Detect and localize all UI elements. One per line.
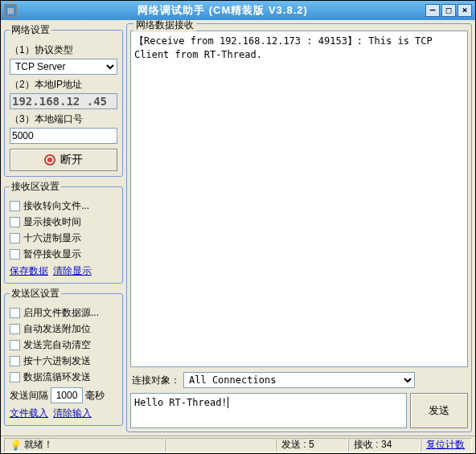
port-label: （3）本地端口号 (10, 112, 117, 126)
connection-select[interactable]: All Connections (183, 372, 415, 388)
clear-display-link[interactable]: 清除显示 (53, 264, 92, 278)
network-settings-group: 网络设置 （1）协议类型 TCP Server （2）本地IP地址 （3）本地端… (4, 23, 123, 177)
window-buttons: – □ × (425, 4, 472, 17)
send-row: Hello RT-Thread! 发送 (130, 393, 468, 428)
checkbox-icon (10, 249, 20, 260)
send-settings-group: 发送区设置 启用文件数据源... 自动发送附加位 发送完自动清空 按十六进制发送… (4, 287, 123, 426)
app-window: ⊞ 网络调试助手 (CM精装版 V3.8.2) – □ × 网络设置 （1）协议… (0, 0, 476, 454)
save-data-link[interactable]: 保存数据 (10, 264, 48, 278)
checkbox-icon (10, 372, 20, 382)
recv-opt-3[interactable]: 暂停接收显示 (10, 247, 117, 261)
recv-opt-0[interactable]: 接收转向文件... (10, 199, 117, 213)
status-ready: 💡 就绪！ (4, 438, 165, 452)
file-load-link[interactable]: 文件载入 (10, 407, 48, 420)
recv-settings-group: 接收区设置 接收转向文件... 显示接收时间 十六进制显示 暂停接收显示 保存数… (4, 180, 123, 284)
app-icon: ⊞ (4, 4, 17, 17)
protocol-label: （1）协议类型 (10, 43, 117, 57)
content-area: 网络设置 （1）协议类型 TCP Server （2）本地IP地址 （3）本地端… (1, 20, 475, 436)
recv-textarea[interactable]: 【Receive from 192.168.12.173 : 49153】: T… (130, 31, 468, 367)
interval-unit: 毫秒 (85, 389, 105, 403)
send-opt-4[interactable]: 数据流循环发送 (10, 370, 117, 384)
reset-count-button[interactable]: 复位计数 (421, 438, 472, 452)
connection-row: 连接对象： All Connections (130, 370, 468, 390)
recv-settings-legend: 接收区设置 (10, 180, 61, 194)
right-panel: 网络数据接收 【Receive from 192.168.12.173 : 49… (126, 23, 472, 432)
recv-links: 保存数据 清除显示 (10, 264, 117, 278)
checkbox-icon (10, 201, 20, 211)
left-panel: 网络设置 （1）协议类型 TCP Server （2）本地IP地址 （3）本地端… (4, 23, 123, 432)
status-bar: 💡 就绪！ 发送 : 5 接收 : 34 复位计数 (1, 436, 475, 453)
clear-input-link[interactable]: 清除输入 (53, 407, 92, 420)
status-recv-count: 接收 : 34 (348, 438, 421, 452)
close-button[interactable]: × (458, 4, 472, 17)
status-spacer (165, 438, 276, 452)
send-settings-legend: 发送区设置 (10, 287, 61, 301)
checkbox-icon (10, 324, 20, 334)
checkbox-icon (10, 308, 20, 318)
send-textarea[interactable]: Hello RT-Thread! (130, 393, 407, 428)
send-opt-3[interactable]: 按十六进制发送 (10, 354, 117, 368)
minimize-button[interactable]: – (425, 4, 440, 17)
disconnect-button[interactable]: 断开 (10, 149, 117, 171)
recv-opt-2[interactable]: 十六进制显示 (10, 231, 117, 245)
checkbox-icon (10, 233, 20, 243)
recv-area-group: 网络数据接收 【Receive from 192.168.12.173 : 49… (126, 23, 472, 432)
protocol-select[interactable]: TCP Server (10, 59, 117, 75)
lightbulb-icon: 💡 (10, 440, 21, 451)
ip-label: （2）本地IP地址 (10, 78, 117, 92)
recv-area-legend: 网络数据接收 (133, 20, 196, 32)
ip-input[interactable] (10, 93, 117, 109)
port-input[interactable] (10, 128, 117, 144)
send-opt-0[interactable]: 启用文件数据源... (10, 306, 117, 320)
send-opt-2[interactable]: 发送完自动清空 (10, 338, 117, 352)
record-icon (44, 154, 55, 166)
send-links: 文件载入 清除输入 (10, 407, 117, 420)
maximize-button[interactable]: □ (441, 4, 456, 17)
title-bar: ⊞ 网络调试助手 (CM精装版 V3.8.2) – □ × (1, 1, 475, 20)
checkbox-icon (10, 340, 20, 350)
checkbox-icon (10, 356, 20, 366)
connection-label: 连接对象： (132, 374, 180, 387)
send-button[interactable]: 发送 (410, 393, 468, 428)
interval-row: 发送间隔 毫秒 (10, 387, 117, 403)
recv-opt-1[interactable]: 显示接收时间 (10, 215, 117, 229)
network-settings-legend: 网络设置 (10, 23, 51, 37)
send-opt-1[interactable]: 自动发送附加位 (10, 322, 117, 336)
disconnect-button-label: 断开 (60, 153, 83, 167)
status-send-count: 发送 : 5 (276, 438, 348, 452)
interval-input[interactable] (51, 387, 83, 403)
interval-label: 发送间隔 (10, 389, 48, 403)
checkbox-icon (10, 217, 20, 227)
window-title: 网络调试助手 (CM精装版 V3.8.2) (20, 3, 425, 18)
